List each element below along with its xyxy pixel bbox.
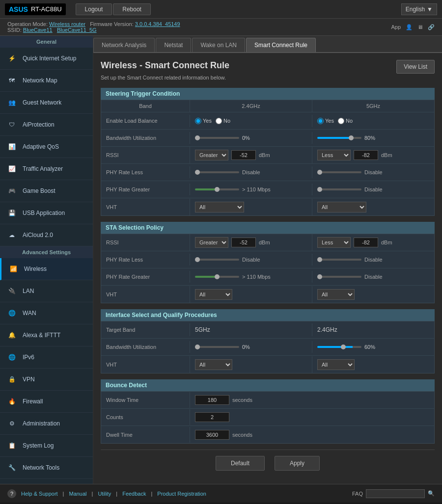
band-2g-header: 2.4GHz	[190, 100, 312, 112]
sidebar-label: IPv6	[23, 354, 34, 361]
sidebar-item-guest-network[interactable]: 👥 Guest Network	[0, 92, 93, 114]
bounce-detect-body: Window Time seconds Counts	[101, 391, 435, 444]
apply-button[interactable]: Apply	[275, 456, 320, 471]
page-description: Set up the Smart Connect related informa…	[101, 75, 435, 80]
lb-2g-yes[interactable]: Yes	[195, 118, 212, 124]
bw-2g-col: 0%	[190, 132, 312, 144]
sta-rssi-5g-select[interactable]: LessGreater	[317, 237, 351, 248]
sta-phy-less-5g-col: Disable	[312, 254, 434, 265]
manual-link[interactable]: Manual	[69, 491, 86, 497]
sidebar-item-game-boost[interactable]: 🎮 Game Boost	[0, 180, 93, 202]
if-vht-col1-select[interactable]: AllVHT only	[195, 359, 232, 370]
sidebar-item-traffic-analyzer[interactable]: 📈 Traffic Analyzer	[0, 158, 93, 180]
lb-2g-no[interactable]: No	[216, 118, 230, 124]
tab-smart-connect-rule[interactable]: Smart Connect Rule	[246, 38, 316, 52]
default-button[interactable]: Default	[216, 456, 265, 471]
sta-vht-5g-select[interactable]: AllVHT only	[317, 289, 355, 300]
ssid-2g-link[interactable]: BlueCave11	[23, 27, 53, 33]
bw-5g-slider[interactable]	[317, 137, 361, 139]
sta-rssi-2g-input[interactable]	[231, 238, 256, 247]
reboot-button[interactable]: Reboot	[113, 3, 151, 15]
if-bw-col1-slider[interactable]	[195, 346, 239, 348]
firmware-link[interactable]: 3.0.0.4.384_45149	[135, 21, 180, 27]
sta-rssi-5g-input[interactable]	[354, 238, 378, 247]
window-time-row: Window Time seconds	[101, 392, 434, 409]
ssid-5g-link[interactable]: BlueCave11_5G	[57, 27, 97, 33]
sidebar-item-aiprotection[interactable]: 🛡 AiProtection	[0, 114, 93, 136]
rssi-5g-select[interactable]: LessGreater	[317, 150, 351, 160]
lb-5g-no[interactable]: No	[338, 118, 353, 124]
desktop-icon[interactable]: 🖥	[417, 24, 423, 30]
traffic-analyzer-icon: 📈	[6, 163, 18, 175]
sidebar-label: Administration	[23, 420, 60, 427]
rssi-label: RSSI	[101, 149, 190, 161]
tab-netstat[interactable]: Netstat	[156, 38, 191, 52]
rssi-5g-input[interactable]	[354, 150, 378, 160]
phy-greater-5g-slider[interactable]	[317, 188, 361, 190]
rssi-2g-input[interactable]	[231, 150, 256, 160]
search-icon[interactable]: 🔍	[428, 490, 435, 497]
view-list-button[interactable]: View List	[396, 60, 435, 74]
dwell-time-input[interactable]	[195, 430, 229, 440]
sidebar-item-network-tools[interactable]: 🔧 Network Tools	[0, 457, 93, 479]
tab-wake-on-lan[interactable]: Wake on LAN	[192, 38, 245, 52]
help-support-link[interactable]: Help & Support	[21, 491, 58, 497]
sidebar-item-network-map[interactable]: 🗺 Network Map	[0, 70, 93, 92]
sidebar-item-wan[interactable]: 🌐 WAN	[0, 302, 93, 324]
sidebar-item-usb-application[interactable]: 💾 USB Application	[0, 202, 93, 224]
sta-phy-greater-5g-slider[interactable]	[317, 276, 361, 278]
vht-2g-select[interactable]: AllVHT onlyNon-VHT only	[195, 202, 244, 212]
counts-input[interactable]	[195, 412, 229, 422]
window-time-input[interactable]	[195, 395, 229, 405]
sta-rssi-2g-select[interactable]: GreaterLess	[195, 237, 228, 248]
band-header-row: Band 2.4GHz 5GHz	[101, 100, 434, 112]
sta-phy-less-2g-slider[interactable]	[195, 259, 239, 261]
sidebar-item-lan[interactable]: 🔌 LAN	[0, 280, 93, 302]
sidebar-item-firewall[interactable]: 🔥 Firewall	[0, 391, 93, 413]
phy-less-5g-slider[interactable]	[317, 171, 361, 173]
link-icon[interactable]: 🔗	[428, 24, 435, 30]
rssi-2g-select[interactable]: GreaterLess	[195, 150, 228, 160]
sidebar-item-adaptive-qos[interactable]: 📊 Adaptive QoS	[0, 136, 93, 158]
operation-mode-link[interactable]: Wireless router	[49, 21, 85, 27]
sidebar-item-system-log[interactable]: 📋 System Log	[0, 435, 93, 457]
sidebar-item-ipv6[interactable]: 🌐 IPv6	[0, 346, 93, 369]
utility-link[interactable]: Utility	[98, 491, 111, 497]
person-icon[interactable]: 👤	[406, 24, 413, 30]
sidebar-item-vpn[interactable]: 🔒 VPN	[0, 369, 93, 391]
language-select[interactable]: English ▼	[401, 3, 437, 15]
content-area: Network Analysis Netstat Wake on LAN Sma…	[93, 36, 442, 484]
sta-phy-less-row: PHY Rate Less Disable Disable	[101, 251, 434, 268]
sta-phy-less-2g-value: Disable	[242, 257, 260, 263]
sidebar-item-administration[interactable]: ⚙ Administration	[0, 413, 93, 435]
phy-greater-2g-col: > 110 Mbps	[190, 184, 312, 195]
if-bw-col2-slider[interactable]	[317, 346, 361, 348]
if-vht-col2-select[interactable]: AllVHT only	[317, 359, 355, 370]
aiprotection-icon: 🛡	[6, 119, 18, 131]
sta-phy-less-5g-slider[interactable]	[317, 259, 361, 261]
sidebar-item-aicloud[interactable]: ☁ AiCloud 2.0	[0, 224, 93, 246]
lb-5g-yes[interactable]: Yes	[317, 118, 334, 124]
bw-util-row: Bandwidth Utilization 0% 80%	[101, 130, 434, 147]
sta-phy-greater-2g-slider[interactable]	[195, 276, 239, 278]
sta-vht-2g-select[interactable]: AllVHT only	[195, 289, 232, 300]
logout-button[interactable]: Logout	[76, 3, 112, 15]
sidebar-item-wireless[interactable]: 📶 Wireless	[0, 258, 93, 280]
product-registration-link[interactable]: Product Registration	[157, 491, 206, 497]
rssi-2g-unit: dBm	[259, 152, 270, 158]
bottom-bar: ? Help & Support | Manual | Utility | Fe…	[0, 484, 442, 503]
sta-rssi-5g-unit: dBm	[381, 239, 392, 245]
bw-2g-slider[interactable]	[195, 137, 239, 139]
sidebar-item-quick-internet-setup[interactable]: ⚡ Quick Internet Setup	[0, 48, 93, 70]
sidebar-item-alexa[interactable]: 🔔 Alexa & IFTTT	[0, 324, 93, 346]
faq-search-input[interactable]	[366, 489, 425, 498]
vht-5g-select[interactable]: AllVHT onlyNon-VHT only	[317, 202, 366, 212]
feedback-link[interactable]: Feedback	[122, 491, 146, 497]
sidebar-label: System Log	[23, 442, 54, 449]
phy-less-2g-slider[interactable]	[195, 171, 239, 173]
phy-greater-2g-slider[interactable]	[195, 188, 239, 190]
sta-phy-less-label: PHY Rate Less	[101, 254, 190, 265]
counts-row: Counts	[101, 409, 434, 426]
sta-selection-header: STA Selection Policy	[101, 222, 435, 234]
tab-network-analysis[interactable]: Network Analysis	[93, 38, 155, 52]
